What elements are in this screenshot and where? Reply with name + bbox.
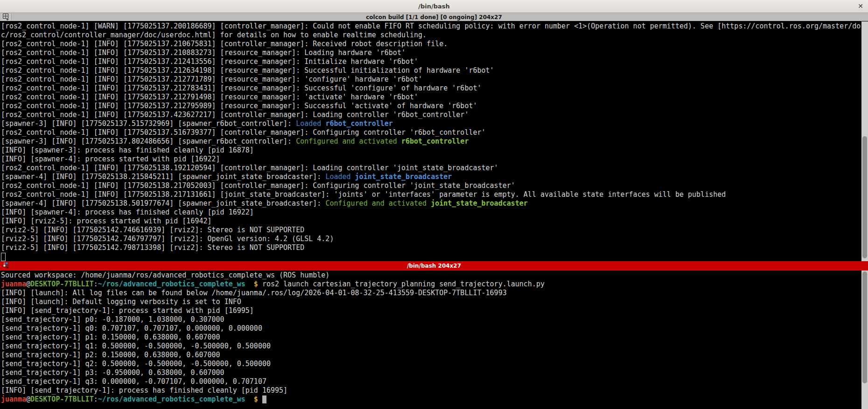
scrollbar-bottom[interactable] [861,270,868,409]
terminal-line: [ros2_control_node-1] [INFO] [1775025137… [1,57,861,66]
terminal-output-top[interactable]: [ros2_control_node-1] [WARN] [1775025137… [0,21,861,261]
terminal-line: [rviz2-5] [INFO] [1775025142.746616939] … [1,226,861,235]
terminal-line: [spawner-3] [INFO] [1775025137.802486656… [1,137,861,146]
terminal-line: [ros2_control_node-1] [WARN] [1775025137… [1,22,861,31]
group-broadcast-icon-focused[interactable] [1,262,11,269]
terminal-line: [send_trajectory-1] q1: 0.500000, -0.500… [1,342,861,351]
terminal-line: [ros2_control_node-1] [INFO] [1775025137… [1,128,861,137]
terminal-line: juanma@DESKTOP-7TBLLIT:~/ros/advanced_ro… [1,280,861,289]
terminal-line: [INFO] [launch]: Default logging verbosi… [1,298,861,306]
terminal-line: [ros2_control_node-1] [INFO] [1775025137… [1,102,861,111]
pane-top-titlebar[interactable]: colcon build [1/1 done] [0 ongoing] 204x… [0,13,868,21]
terminal-line: [ros2_control_node-1] [INFO] [1775025137… [1,93,861,102]
terminal-line: [send_trajectory-1] q2: 0.500000, -0.500… [1,360,861,368]
terminal-line: [ros2_control_node-1] [INFO] [1775025137… [1,75,861,84]
terminal-line: [send_trajectory-1] q0: 0.707107, 0.7071… [1,324,861,333]
terminal-line: [send_trajectory-1] q3: 0.000000, -0.707… [1,377,861,386]
terminal-top-wrap: [ros2_control_node-1] [WARN] [1775025137… [0,21,868,261]
terminator-window: /bin/bash ✕ colcon build [1/1 done] [0 o… [0,0,868,409]
terminal-line: [INFO] [send_trajectory-1]: process star… [1,306,861,315]
terminal-line: [INFO] [rviz2-5]: process started with p… [1,217,861,226]
terminal-output-bottom[interactable]: Sourced workspace: /home/juanma/ros/adva… [0,270,861,409]
terminal-bottom-wrap: Sourced workspace: /home/juanma/ros/adva… [0,270,868,409]
terminal-line: [INFO] [spawner-4]: process has finished… [1,208,861,217]
pane-bottom-title: /bin/bash 204x27 [407,263,461,269]
terminal-line: [send_trajectory-1] p0: -0.187000, 1.038… [1,315,861,324]
close-icon[interactable]: ✕ [858,2,863,10]
terminal-line: [INFO] [send_trajectory-1]: process has … [1,386,861,395]
pane-bottom: /bin/bash 204x27 Sourced workspace: /hom… [0,261,868,409]
terminal-line: c/ros2_control/controller_manager/doc/us… [1,31,861,40]
terminal-line: [spawner-3] [INFO] [1775025137.515732969… [1,119,861,128]
terminal-line: [ros2_control_node-1] [INFO] [1775025138… [1,164,861,173]
terminal-line: juanma@DESKTOP-7TBLLIT:~/ros/advanced_ro… [1,395,861,404]
terminal-line: [ros2_control_node-1] [INFO] [1775025137… [1,40,861,49]
terminal-line: [spawner-4] [INFO] [1775025138.215845211… [1,173,861,181]
pane-top-title: colcon build [1/1 done] [0 ongoing] 204x… [366,14,502,21]
terminal-line: [INFO] [spawner-4]: process started with… [1,155,861,164]
terminal-line: [rviz2-5] [INFO] [1775025142.746797797] … [1,235,861,243]
window-titlebar[interactable]: /bin/bash ✕ [0,0,868,13]
cursor-hollow [1,253,6,261]
terminal-line: [send_trajectory-1] p1: 0.150000, 0.6380… [1,333,861,342]
pane-top: colcon build [1/1 done] [0 ongoing] 204x… [0,13,868,261]
terminal-line: [INFO] [spawner-3]: process has finished… [1,146,861,155]
terminal-line: [ros2_control_node-1] [INFO] [1775025137… [1,111,861,119]
pane-bottom-titlebar[interactable]: /bin/bash 204x27 [0,261,868,270]
terminal-line: [spawner-4] [INFO] [1775025138.501977674… [1,199,861,208]
terminal-line: [send_trajectory-1] p3: -0.950000, 0.638… [1,368,861,377]
scrollbar-thumb-top[interactable] [862,136,867,258]
terminal-line: Sourced workspace: /home/juanma/ros/adva… [1,271,861,280]
cursor-block [262,395,266,403]
terminal-line: [ros2_control_node-1] [INFO] [1775025138… [1,181,861,190]
scrollbar-thumb-bottom[interactable] [862,271,867,383]
terminal-line: [send_trajectory-1] p2: 0.150000, 0.6380… [1,351,861,360]
terminal-line: [INFO] [launch]: All log files can be fo… [1,289,861,298]
window-title: /bin/bash [418,3,450,10]
scrollbar-top[interactable] [861,21,868,261]
terminal-line: [ros2_control_node-1] [INFO] [1775025138… [1,190,861,199]
group-broadcast-icon[interactable] [1,14,12,21]
terminal-line [1,252,861,261]
terminal-line: [ros2_control_node-1] [INFO] [1775025137… [1,49,861,57]
terminal-line: [ros2_control_node-1] [INFO] [1775025137… [1,66,861,75]
terminal-line: [rviz2-5] [INFO] [1775025142.798713398] … [1,243,861,252]
terminal-line: [ros2_control_node-1] [INFO] [1775025137… [1,84,861,93]
